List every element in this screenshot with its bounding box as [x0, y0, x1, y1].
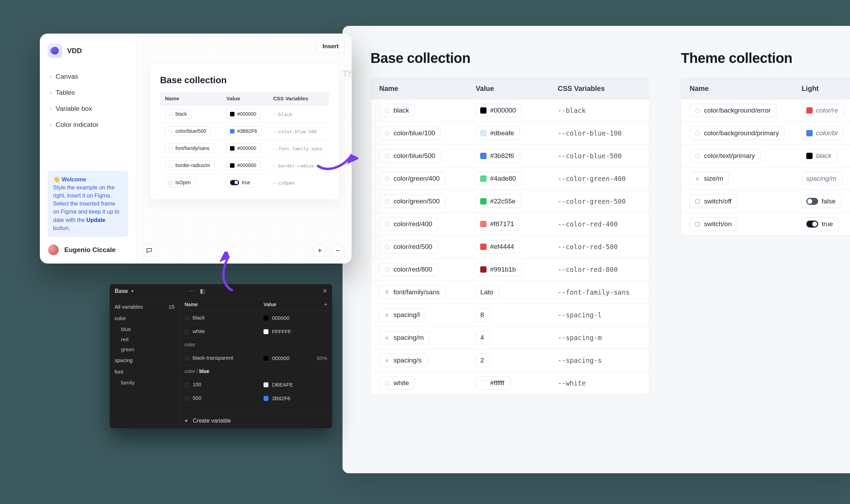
table-row: color/blue/100#dbeafe--color-blue-100 [371, 122, 649, 144]
value-chip[interactable]: false [802, 195, 842, 208]
table-row: #spacing/s2--spacing-s [371, 349, 649, 372]
value-chip[interactable]: #dbeafe [476, 127, 520, 140]
name-chip[interactable]: ◌black [165, 109, 192, 119]
value-chip[interactable]: #22c55e [476, 195, 521, 208]
value-chip[interactable]: #000000 [226, 109, 261, 119]
value-chip[interactable]: #000000 [226, 160, 261, 170]
value-chip[interactable]: #000000 [226, 143, 261, 153]
variable-name-chip[interactable]: color/text/primary [690, 149, 761, 163]
variable-name: color/green/500 [394, 197, 440, 205]
user-row[interactable]: Eugenio Ciccale [48, 244, 128, 256]
value-chip[interactable]: #991b1b [476, 263, 522, 276]
plugin-name: VDD [67, 47, 82, 55]
nav-item[interactable]: ›Tables [48, 85, 128, 101]
color-swatch [230, 163, 235, 168]
value-chip[interactable]: spacing/m [802, 172, 843, 185]
variable-name-chip[interactable]: #spacing/s [379, 354, 427, 367]
variable-name-chip[interactable]: color/red/500 [379, 240, 438, 253]
subgroup-row[interactable]: red [115, 334, 174, 344]
all-variables-row[interactable]: All variables 15 [115, 301, 174, 312]
variable-name-chip[interactable]: color/background/primary [690, 127, 785, 140]
value-chip[interactable]: Lato [476, 286, 499, 299]
subgroup-row[interactable]: blue [115, 324, 174, 334]
value-chip[interactable]: #3b82f6 [476, 149, 520, 163]
variable-name-chip[interactable]: color/green/400 [379, 172, 446, 185]
type-icon: # [384, 312, 390, 318]
table-row[interactable]: ◌black000000 [180, 311, 332, 325]
color-swatch [806, 130, 813, 136]
value-chip[interactable]: #ffffff [476, 376, 510, 390]
feedback-button[interactable] [143, 244, 156, 257]
variable-name-chip[interactable]: color/blue/500 [379, 149, 441, 163]
variable-name: color/background/primary [704, 129, 779, 137]
name-chip[interactable]: ◌font/family/sans [165, 143, 214, 153]
preview-card[interactable]: Base collection Name Value CSS Variables… [150, 64, 339, 199]
name-chip[interactable]: ◻isOpen [165, 178, 195, 187]
value-chip[interactable]: color/re [802, 104, 844, 117]
group-row[interactable]: font [115, 366, 174, 377]
value-chip[interactable]: black [802, 149, 837, 163]
svg-point-9 [696, 108, 699, 112]
variable-name: font/family/sans [175, 145, 209, 151]
value-chip[interactable]: true [802, 217, 839, 231]
value-chip[interactable]: #4ade80 [476, 172, 522, 185]
value-chip[interactable]: #000000 [476, 104, 522, 117]
type-icon [384, 153, 390, 159]
collection-dropdown[interactable]: Base [115, 288, 128, 294]
variable-name: color/red/500 [394, 243, 432, 251]
nav-item[interactable]: ›Canvas [48, 69, 128, 85]
type-icon: ◌ [168, 128, 173, 134]
variable-name-chip[interactable]: #spacing/m [379, 331, 430, 344]
zoom-in-button[interactable]: + [313, 244, 326, 257]
value-chip[interactable]: #ef4444 [476, 240, 520, 253]
value-text: 000000 [272, 355, 289, 361]
value-chip[interactable]: true [226, 178, 255, 187]
zoom-out-button[interactable]: − [331, 244, 345, 257]
subgroup-row[interactable]: family [115, 377, 174, 388]
table-row[interactable]: ◌5003B82F6 [180, 391, 332, 405]
variable-name-chip[interactable]: color/red/400 [379, 217, 438, 231]
group-row[interactable]: spacing [115, 354, 174, 366]
type-icon: T [384, 289, 390, 295]
group-row[interactable]: color [115, 312, 174, 324]
variable-name-chip[interactable]: #size/m [690, 172, 729, 185]
color-swatch [230, 146, 235, 151]
value-chip[interactable]: 2 [476, 354, 490, 367]
value-chip[interactable]: #f87171 [476, 217, 520, 231]
nav-item[interactable]: ›Color indicator [48, 117, 128, 133]
plugin-canvas[interactable]: Insert Base collection Name Value CSS Va… [136, 34, 352, 264]
value-chip[interactable]: 4 [476, 331, 490, 344]
subgroup-row[interactable]: green [115, 344, 174, 354]
section-row: color / blue [180, 365, 332, 378]
value-chip[interactable]: #3B82F6 [226, 126, 262, 136]
value-chip[interactable]: color/bl [802, 127, 843, 140]
insert-button[interactable]: Insert [317, 40, 345, 53]
sidebar-toggle-icon[interactable]: ◧ [200, 288, 205, 294]
table-row[interactable]: ◌100DBEAFE [180, 378, 332, 391]
css-variable: --color-red-500 [558, 243, 618, 251]
variable-name-chip[interactable]: color/green/500 [379, 195, 446, 208]
close-icon[interactable]: ✕ [323, 288, 327, 294]
table-row[interactable]: ◌whiteFFFFFF [180, 325, 332, 338]
variable-name-chip[interactable]: white [379, 376, 415, 390]
name-chip[interactable]: ◌color/blue/500 [165, 126, 211, 136]
variable-name-chip[interactable]: #spacing/l [379, 308, 426, 322]
create-variable-button[interactable]: + Create variable [180, 413, 332, 428]
nav-item[interactable]: ›Variable box [48, 101, 128, 117]
variable-name-chip[interactable]: color/background/error [690, 104, 777, 117]
variable-name-chip[interactable]: color/blue/100 [379, 127, 441, 140]
css-variable: --border-radius-m [273, 163, 319, 168]
name-chip[interactable]: ◌border-radius/m [165, 160, 215, 170]
add-column-button[interactable]: + [312, 298, 332, 311]
more-icon[interactable]: ⋯ [189, 288, 194, 294]
variable-name-chip[interactable]: switch/off [690, 195, 737, 208]
col-name: Name [371, 78, 467, 99]
table-row[interactable]: ◌black-transparent00000050% [180, 351, 332, 365]
variable-name-chip[interactable]: black [379, 104, 415, 117]
value-chip[interactable]: 8 [476, 308, 490, 322]
type-icon [694, 153, 700, 159]
group-label: color [115, 315, 126, 321]
variable-name-chip[interactable]: Tfont/family/sans [379, 286, 446, 299]
variable-name-chip[interactable]: color/red/800 [379, 263, 438, 276]
variable-name-chip[interactable]: switch/on [690, 217, 737, 231]
